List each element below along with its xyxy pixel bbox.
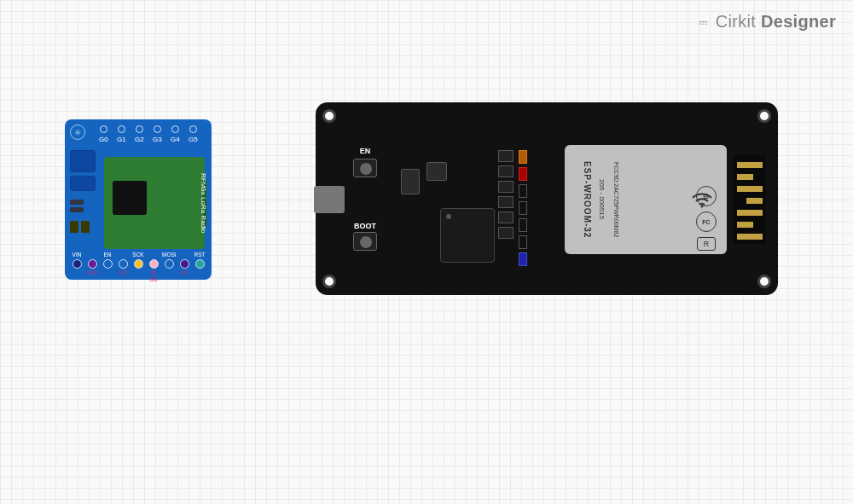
shield-name: ESP-WROOM-32 [580, 157, 592, 242]
pin-is[interactable]: I S [177, 252, 191, 276]
usb-uart-chip [440, 208, 495, 263]
logo-text-a: Cirkit [716, 12, 756, 31]
rfm-top-pinrow: G0G1G2G3G4G5 [99, 125, 195, 143]
app-logo: ⎓ Cirkit Designer [699, 12, 836, 32]
en-button[interactable] [353, 159, 377, 177]
r-mark: R [697, 237, 716, 251]
pcb-antenna-icon [734, 155, 766, 244]
boot-label: BOOT [353, 222, 377, 230]
component-esp32[interactable]: EN BOOT ESP-WROOM-32 205 - 000515 FCC9D:… [316, 102, 778, 295]
pin-rst[interactable]: RST [193, 252, 206, 276]
rfm-side-label: RFM9x LoRa Radio [199, 169, 207, 237]
pin-g1[interactable]: G1 [117, 125, 124, 143]
rfm-rf-module [104, 157, 205, 249]
pin-vin[interactable]: VIN [70, 252, 84, 276]
shield-serial: 205 - 000515 [595, 157, 606, 242]
pin-io[interactable]: I O [116, 252, 130, 276]
logo-text-b: Designer [761, 12, 836, 31]
component-rfm9x[interactable]: G0G1G2G3G4G5 RFM9x LoRa Radio VING DENI … [65, 119, 212, 280]
wifi-icon [691, 191, 713, 212]
pin-g3[interactable]: G3 [153, 125, 160, 143]
pin-g2[interactable]: G2 [135, 125, 142, 143]
pin-mso[interactable]: M SO [147, 252, 160, 276]
pin-g5[interactable]: G5 [189, 125, 195, 143]
pin-g0[interactable]: G0 [99, 125, 106, 143]
rfm-passive-parts [70, 150, 96, 233]
en-label: EN [353, 147, 377, 155]
adafruit-star-icon [70, 125, 85, 140]
pin-gd[interactable]: G D [85, 252, 99, 276]
shield-fcc: FCC9D:2AC725PWR00M82 [609, 157, 619, 242]
pin-mosi[interactable]: MOSI [162, 252, 176, 276]
rfm-bottom-pinrow: VING DENI OSCKM SOMOSII SRST [68, 252, 208, 276]
pin-sck[interactable]: SCK [131, 252, 145, 276]
boot-button[interactable] [353, 232, 377, 251]
pin-g4[interactable]: G4 [171, 125, 177, 143]
fcc-icon: FC [696, 211, 717, 232]
rf-ic [113, 181, 147, 215]
circuit-canvas[interactable]: ⎓ Cirkit Designer G0G1G2G3G4G5 RFM9x LoR… [0, 0, 853, 504]
usb-port-icon [314, 186, 345, 213]
pin-en[interactable]: EN [101, 252, 114, 276]
logo-icon: ⎓ [699, 14, 708, 30]
svg-point-0 [701, 206, 704, 208]
esp-rf-shield: ESP-WROOM-32 205 - 000515 FCC9D:2AC725PW… [565, 145, 727, 254]
